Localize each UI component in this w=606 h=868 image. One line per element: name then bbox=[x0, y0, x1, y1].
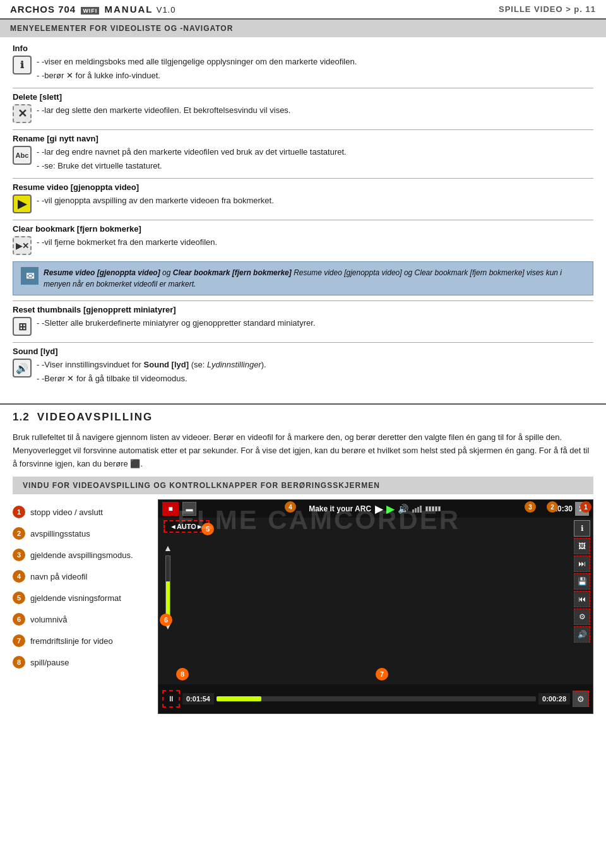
right-icon-image[interactable]: 🖼 bbox=[574, 538, 590, 554]
reset-thumbnails-line1: -Sletter alle brukerdefinerte miniatyrer… bbox=[37, 317, 316, 330]
right-icon-skip-fwd[interactable]: ⏭ bbox=[574, 556, 590, 572]
circle-8: 8 bbox=[13, 656, 25, 669]
right-icon-settings[interactable]: ⚙ bbox=[574, 609, 590, 625]
label-item-7: 7 fremdriftslinje for video bbox=[13, 634, 152, 647]
label-item-5: 5 gjeldende visningsformat bbox=[13, 592, 152, 604]
divider3 bbox=[13, 178, 593, 179]
info-title: Info bbox=[13, 44, 593, 53]
settings-button[interactable]: ⚙ bbox=[573, 691, 589, 707]
label-text-2: avspillingsstatus bbox=[30, 529, 90, 538]
volume-fill bbox=[166, 581, 170, 619]
label-item-2: 2 avspillingsstatus bbox=[13, 527, 152, 540]
label-item-3: 3 gjeldende avspillingsmodus. bbox=[13, 549, 152, 561]
resume-title: Resume video [gjenoppta video] bbox=[13, 182, 593, 192]
video-bg-title: ELME CAMCORDER bbox=[177, 505, 593, 535]
clear-bookmark-line1: -vil fjerne bokmerket fra den markerte v… bbox=[37, 236, 217, 249]
note-text: Resume video [gjenoppta video] og Clear … bbox=[44, 267, 585, 290]
manual-label: MANUAL bbox=[105, 4, 153, 15]
section-12-text: Bruk rullefeltet til å navigere gjennom … bbox=[0, 429, 606, 477]
label-text-3: gjeldende avspillingsmodus. bbox=[30, 550, 133, 560]
sound-icon: 🔊 bbox=[13, 359, 32, 378]
play-pause-button[interactable]: ⏸ bbox=[162, 690, 180, 708]
rename-row: Abc -lar deg endre navnet på den markert… bbox=[13, 146, 593, 172]
resume-row: ▶ -vil gjenoppta avspilling av den marke… bbox=[13, 194, 593, 213]
resume-icon: ▶ bbox=[13, 194, 32, 213]
label-text-1: stopp video / avslutt bbox=[30, 508, 103, 517]
label-item-8: 8 spill/pause bbox=[13, 656, 152, 669]
progress-fill bbox=[217, 696, 261, 701]
sound-line1: -Viser innstillingsvinduet for Sound [ly… bbox=[37, 359, 266, 371]
sound-title: Sound [lyd] bbox=[13, 347, 593, 356]
menu-item-sound: Sound [lyd] 🔊 -Viser innstillingsvinduet… bbox=[13, 347, 593, 384]
note-icon: ✉ bbox=[21, 267, 39, 285]
note-box: ✉ Resume video [gjenoppta video] og Clea… bbox=[13, 261, 593, 295]
delete-row: ✕ -lar deg slette den markerte videofile… bbox=[13, 104, 593, 123]
clear-bookmark-icon: ▶✕ bbox=[13, 236, 32, 255]
clear-bookmark-title: Clear bookmark [fjern bokmerke] bbox=[13, 224, 593, 234]
circle-7-overlay: 7 bbox=[376, 668, 388, 681]
version-label: V1.0 bbox=[157, 5, 176, 15]
label-text-6: volumnivå bbox=[30, 615, 68, 624]
delete-desc: -lar deg slette den markerte videofilen.… bbox=[37, 104, 290, 117]
info-line2: -berør ✕ for å lukke info-vinduet. bbox=[37, 69, 357, 82]
rename-desc: -lar deg endre navnet på den markerte vi… bbox=[37, 146, 347, 172]
rename-line2: -se: Bruke det virtuelle tastaturet. bbox=[37, 160, 347, 172]
video-labels-area: 1 stopp video / avslutt 2 avspillingssta… bbox=[13, 499, 593, 714]
menu-item-reset-thumbnails: Reset thumbnails [gjenopprett miniatyrer… bbox=[13, 305, 593, 336]
sound-row: 🔊 -Viser innstillingsvinduet for Sound [… bbox=[13, 359, 593, 384]
wifi-badge: WIFI bbox=[81, 7, 99, 15]
reset-thumbnails-icon: ⊞ bbox=[13, 317, 32, 336]
reset-thumbnails-title: Reset thumbnails [gjenopprett miniatyrer… bbox=[13, 305, 593, 314]
rename-line1: -lar deg endre navnet på den markerte vi… bbox=[37, 146, 347, 158]
circle-1: 1 bbox=[13, 506, 25, 518]
right-icon-info[interactable]: ℹ bbox=[574, 520, 590, 537]
right-icon-save[interactable]: 💾 bbox=[574, 573, 590, 590]
divider1 bbox=[13, 88, 593, 88]
video-player: ■ ▬ Make it your ARC ▶ ▶ 🔊 bbox=[158, 499, 593, 714]
clear-bookmark-desc: -vil fjerne bokmerket fra den markerte v… bbox=[37, 236, 217, 249]
progress-bar[interactable] bbox=[217, 696, 536, 701]
clear-bookmark-row: ▶✕ -vil fjerne bokmerket fra den markert… bbox=[13, 236, 593, 255]
label-text-7: fremdriftslinje for video bbox=[30, 636, 113, 646]
video-bottombar: ⏸ 0:01:54 0:00:28 ⚙ bbox=[158, 684, 593, 713]
delete-title: Delete [slett] bbox=[13, 92, 593, 102]
volume-up-arrow: ▲ bbox=[163, 543, 172, 553]
label-text-8: spill/pause bbox=[30, 658, 69, 667]
sound-desc: -Viser innstillingsvinduet for Sound [ly… bbox=[37, 359, 266, 384]
page-header: ARCHOS 704 WIFI MANUAL V1.0 SPILLE VIDEO… bbox=[0, 0, 606, 20]
volume-track bbox=[165, 556, 170, 619]
info-line1: -viser en meldingsboks med alle tilgjeng… bbox=[37, 56, 357, 68]
labels-column: 1 stopp video / avslutt 2 avspillingssta… bbox=[13, 499, 152, 714]
divider4 bbox=[13, 220, 593, 220]
circle-6: 6 bbox=[13, 613, 25, 626]
right-icons: ℹ 🖼 ⏭ 💾 ⏮ ⚙ 🔊 bbox=[574, 520, 590, 643]
section-12-title: VIDEOAVSPILLING bbox=[37, 411, 153, 424]
divider2 bbox=[13, 129, 593, 130]
circle-7: 7 bbox=[13, 634, 25, 647]
menu-section-banner: MENYELEMENTER FOR VIDEOLISTE OG -NAVIGAT… bbox=[0, 20, 606, 37]
stop-button[interactable]: ■ bbox=[162, 502, 179, 516]
time-remaining: 0:00:28 bbox=[538, 693, 570, 705]
resume-line1: -vil gjenoppta avspilling av den markert… bbox=[37, 194, 274, 207]
section-12-header: 1.2 VIDEOAVSPILLING bbox=[0, 403, 606, 429]
menu-item-rename: Rename [gi nytt navn] Abc -lar deg endre… bbox=[13, 134, 593, 172]
menu-item-resume: Resume video [gjenoppta video] ▶ -vil gj… bbox=[13, 182, 593, 213]
right-icon-skip-back[interactable]: ⏮ bbox=[574, 591, 590, 607]
resume-desc: -vil gjenoppta avspilling av den markert… bbox=[37, 194, 274, 207]
circle-4: 4 bbox=[13, 570, 25, 583]
divider6 bbox=[13, 342, 593, 343]
time-current: 0:01:54 bbox=[182, 693, 214, 705]
menu-content: Info ℹ -viser en meldingsboks med alle t… bbox=[0, 37, 606, 397]
circle-3: 3 bbox=[13, 549, 25, 561]
label-text-4: navn på videofil bbox=[30, 572, 87, 581]
delete-icon: ✕ bbox=[13, 104, 32, 123]
divider5 bbox=[13, 300, 593, 301]
delete-line1: -lar deg slette den markerte videofilen.… bbox=[37, 104, 290, 117]
right-icon-sound[interactable]: 🔊 bbox=[574, 626, 590, 643]
menu-item-info: Info ℹ -viser en meldingsboks med alle t… bbox=[13, 44, 593, 81]
circle-2: 2 bbox=[13, 527, 25, 540]
label-item-6: 6 volumnivå bbox=[13, 613, 152, 626]
brand-name: ARCHOS 704 bbox=[10, 4, 76, 15]
label-text-5: gjeldende visningsformat bbox=[30, 593, 121, 603]
rename-icon: Abc bbox=[13, 146, 32, 165]
